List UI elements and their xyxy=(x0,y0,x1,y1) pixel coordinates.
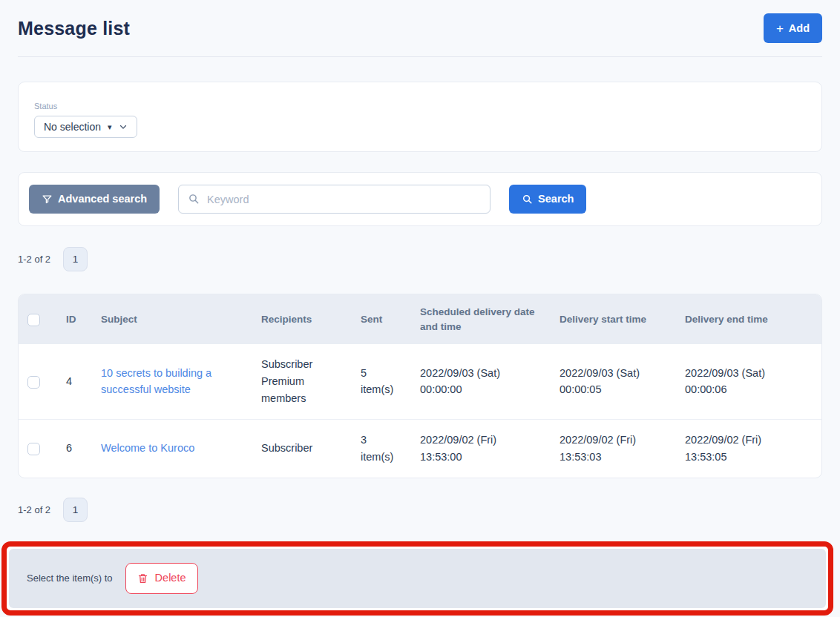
row-checkbox[interactable] xyxy=(27,376,40,389)
cell-id: 4 xyxy=(57,344,92,419)
advanced-search-label: Advanced search xyxy=(58,194,147,205)
cell-sent: 5 item(s) xyxy=(352,344,411,419)
page-button-1[interactable]: 1 xyxy=(63,498,88,522)
message-table: ID Subject Recipients Sent Scheduled del… xyxy=(19,294,821,478)
cell-recipients: Subscriber Premium members xyxy=(252,344,352,419)
message-list-page: Message list + Add Status No selection ▾… xyxy=(0,0,840,616)
trash-icon xyxy=(137,573,148,584)
cell-start: 2022/09/03 (Sat) 00:00:05 xyxy=(551,344,676,419)
table-header-row: ID Subject Recipients Sent Scheduled del… xyxy=(19,294,821,344)
bulk-action-label: Select the item(s) to xyxy=(27,573,113,584)
search-button[interactable]: Search xyxy=(509,185,586,214)
delete-button-label: Delete xyxy=(155,573,186,584)
column-header-subject: Subject xyxy=(92,294,252,344)
cell-id: 6 xyxy=(57,419,92,477)
caret-down-icon: ▾ xyxy=(108,122,112,132)
search-button-label: Search xyxy=(538,194,574,205)
cell-start: 2022/09/02 (Fri) 13:53:03 xyxy=(551,419,676,477)
pagination-range: 1-2 of 2 xyxy=(18,504,50,515)
pagination-bottom: 1-2 of 2 1 xyxy=(18,498,822,522)
cell-scheduled: 2022/09/03 (Sat) 00:00:00 xyxy=(411,344,551,419)
status-label: Status xyxy=(34,102,806,110)
status-dropdown[interactable]: No selection ▾ xyxy=(34,116,137,138)
page-header: Message list + Add xyxy=(18,0,822,57)
keyword-field-wrap xyxy=(178,185,490,214)
status-dropdown-value: No selection xyxy=(44,121,101,133)
plus-icon: + xyxy=(776,22,784,35)
pagination-range: 1-2 of 2 xyxy=(18,254,50,265)
column-header-id: ID xyxy=(57,294,92,344)
cell-end: 2022/09/02 (Fri) 13:53:05 xyxy=(676,419,821,477)
delete-button[interactable]: Delete xyxy=(125,563,198,594)
column-header-recipients: Recipients xyxy=(252,294,352,344)
bulk-action-bar: Select the item(s) to Delete xyxy=(9,549,826,608)
subject-link[interactable]: 10 secrets to building a successful webs… xyxy=(101,367,211,396)
message-table-panel: ID Subject Recipients Sent Scheduled del… xyxy=(18,294,822,478)
column-header-sent: Sent xyxy=(352,294,411,344)
red-highlight-annotation: Select the item(s) to Delete xyxy=(1,541,833,616)
add-button[interactable]: + Add xyxy=(764,13,822,43)
column-header-scheduled: Scheduled delivery date and time xyxy=(411,294,551,344)
page-title: Message list xyxy=(18,18,130,39)
status-filter-panel: Status No selection ▾ xyxy=(18,82,822,152)
add-button-label: Add xyxy=(789,23,810,34)
keyword-input[interactable] xyxy=(178,185,490,214)
cell-scheduled: 2022/09/02 (Fri) 13:53:00 xyxy=(411,419,551,477)
cell-end: 2022/09/03 (Sat) 00:00:06 xyxy=(676,344,821,419)
advanced-search-button[interactable]: Advanced search xyxy=(29,185,160,214)
column-header-end: Delivery end time xyxy=(676,294,821,344)
table-row: 4 10 secrets to building a successful we… xyxy=(19,344,821,419)
table-row: 6 Welcome to Kuroco Subscriber 3 item(s)… xyxy=(19,419,821,477)
search-panel: Advanced search Search xyxy=(18,172,822,226)
chevron-down-icon xyxy=(119,122,128,131)
cell-recipients: Subscriber xyxy=(252,419,352,477)
page-button-1[interactable]: 1 xyxy=(63,247,88,271)
pagination-top: 1-2 of 2 1 xyxy=(18,247,822,271)
filter-icon xyxy=(42,194,53,205)
subject-link[interactable]: Welcome to Kuroco xyxy=(101,442,194,454)
search-button-icon xyxy=(522,194,533,205)
cell-sent: 3 item(s) xyxy=(352,419,411,477)
search-icon xyxy=(188,193,200,205)
row-checkbox[interactable] xyxy=(27,443,40,455)
column-header-start: Delivery start time xyxy=(551,294,676,344)
select-all-checkbox[interactable] xyxy=(27,314,40,326)
